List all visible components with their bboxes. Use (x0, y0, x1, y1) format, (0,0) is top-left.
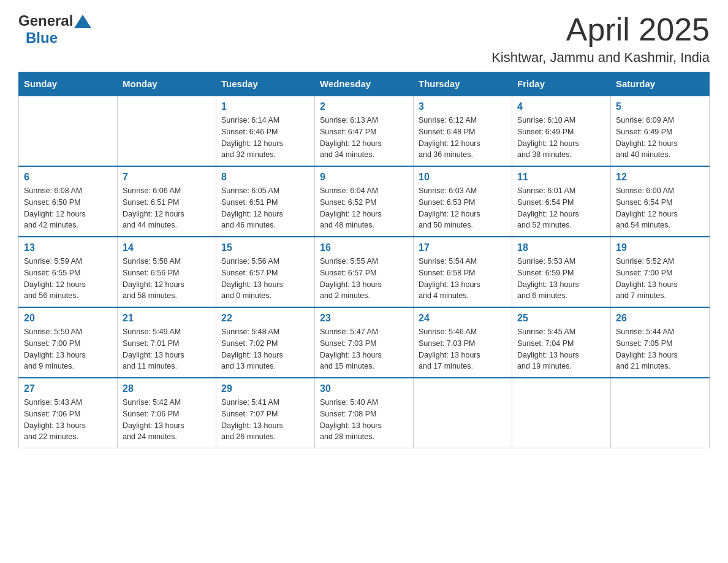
day-info: Sunrise: 6:08 AMSunset: 6:50 PMDaylight:… (24, 185, 112, 231)
day-info: Sunrise: 6:10 AMSunset: 6:49 PMDaylight:… (517, 115, 605, 161)
page-title: April 2025 (491, 12, 710, 47)
day-number: 12 (616, 172, 704, 183)
calendar-cell: 30Sunrise: 5:40 AMSunset: 7:08 PMDayligh… (315, 378, 414, 448)
calendar-cell: 22Sunrise: 5:48 AMSunset: 7:02 PMDayligh… (216, 307, 315, 378)
calendar-cell: 2Sunrise: 6:13 AMSunset: 6:47 PMDaylight… (315, 96, 414, 166)
day-info: Sunrise: 5:40 AMSunset: 7:08 PMDaylight:… (320, 397, 408, 443)
day-number: 29 (221, 383, 309, 394)
calendar-cell: 4Sunrise: 6:10 AMSunset: 6:49 PMDaylight… (512, 96, 611, 166)
calendar-cell: 10Sunrise: 6:03 AMSunset: 6:53 PMDayligh… (414, 166, 512, 237)
calendar-cell (19, 96, 118, 166)
logo: General Blue (18, 12, 91, 47)
calendar-cell (611, 378, 710, 448)
calendar-day-header: Friday (512, 72, 611, 96)
calendar-cell: 9Sunrise: 6:04 AMSunset: 6:52 PMDaylight… (315, 166, 414, 237)
calendar-week-row: 27Sunrise: 5:43 AMSunset: 7:06 PMDayligh… (19, 378, 710, 448)
day-number: 15 (221, 242, 309, 253)
calendar-week-row: 20Sunrise: 5:50 AMSunset: 7:00 PMDayligh… (19, 307, 710, 378)
calendar-cell: 20Sunrise: 5:50 AMSunset: 7:00 PMDayligh… (19, 307, 118, 378)
day-number: 13 (24, 242, 112, 253)
day-info: Sunrise: 5:54 AMSunset: 6:58 PMDaylight:… (419, 256, 507, 302)
day-number: 21 (123, 313, 211, 324)
calendar-cell: 5Sunrise: 6:09 AMSunset: 6:49 PMDaylight… (611, 96, 710, 166)
day-number: 14 (123, 242, 211, 253)
calendar-cell: 19Sunrise: 5:52 AMSunset: 7:00 PMDayligh… (611, 237, 710, 307)
calendar-week-row: 1Sunrise: 6:14 AMSunset: 6:46 PMDaylight… (19, 96, 710, 166)
day-number: 22 (221, 313, 309, 324)
day-number: 8 (221, 172, 309, 183)
calendar-cell: 16Sunrise: 5:55 AMSunset: 6:57 PMDayligh… (315, 237, 414, 307)
calendar-day-header: Saturday (611, 72, 710, 96)
calendar-cell: 23Sunrise: 5:47 AMSunset: 7:03 PMDayligh… (315, 307, 414, 378)
calendar-cell: 13Sunrise: 5:59 AMSunset: 6:55 PMDayligh… (19, 237, 118, 307)
calendar-cell: 28Sunrise: 5:42 AMSunset: 7:06 PMDayligh… (118, 378, 216, 448)
day-info: Sunrise: 5:59 AMSunset: 6:55 PMDaylight:… (24, 256, 112, 302)
calendar-day-header: Sunday (19, 72, 118, 96)
day-info: Sunrise: 5:56 AMSunset: 6:57 PMDaylight:… (221, 256, 309, 302)
calendar-cell: 15Sunrise: 5:56 AMSunset: 6:57 PMDayligh… (216, 237, 315, 307)
calendar-cell: 3Sunrise: 6:12 AMSunset: 6:48 PMDaylight… (414, 96, 512, 166)
calendar-cell: 14Sunrise: 5:58 AMSunset: 6:56 PMDayligh… (118, 237, 216, 307)
calendar-week-row: 13Sunrise: 5:59 AMSunset: 6:55 PMDayligh… (19, 237, 710, 307)
day-info: Sunrise: 5:49 AMSunset: 7:01 PMDaylight:… (123, 326, 211, 372)
day-info: Sunrise: 6:09 AMSunset: 6:49 PMDaylight:… (616, 115, 704, 161)
calendar-day-header: Thursday (414, 72, 512, 96)
day-number: 9 (320, 172, 408, 183)
day-info: Sunrise: 5:46 AMSunset: 7:03 PMDaylight:… (419, 326, 507, 372)
calendar-cell: 25Sunrise: 5:45 AMSunset: 7:04 PMDayligh… (512, 307, 611, 378)
logo-blue-text: Blue (26, 29, 58, 47)
calendar-cell (118, 96, 216, 166)
day-number: 3 (419, 101, 507, 112)
calendar-cell (512, 378, 611, 448)
page-subtitle: Kishtwar, Jammu and Kashmir, India (491, 50, 710, 66)
calendar-cell: 24Sunrise: 5:46 AMSunset: 7:03 PMDayligh… (414, 307, 512, 378)
day-info: Sunrise: 5:48 AMSunset: 7:02 PMDaylight:… (221, 326, 309, 372)
day-number: 18 (517, 242, 605, 253)
logo-chevron-icon (74, 15, 91, 28)
page-header: General Blue April 2025 Kishtwar, Jammu … (18, 12, 710, 66)
calendar-header-row: SundayMondayTuesdayWednesdayThursdayFrid… (19, 72, 710, 96)
day-number: 20 (24, 313, 112, 324)
calendar-cell: 17Sunrise: 5:54 AMSunset: 6:58 PMDayligh… (414, 237, 512, 307)
day-info: Sunrise: 5:41 AMSunset: 7:07 PMDaylight:… (221, 397, 309, 443)
calendar-cell (414, 378, 512, 448)
calendar-day-header: Tuesday (216, 72, 315, 96)
calendar-cell: 12Sunrise: 6:00 AMSunset: 6:54 PMDayligh… (611, 166, 710, 237)
day-number: 16 (320, 242, 408, 253)
day-number: 23 (320, 313, 408, 324)
day-info: Sunrise: 5:42 AMSunset: 7:06 PMDaylight:… (123, 397, 211, 443)
calendar-cell: 21Sunrise: 5:49 AMSunset: 7:01 PMDayligh… (118, 307, 216, 378)
day-number: 7 (123, 172, 211, 183)
day-number: 25 (517, 313, 605, 324)
day-number: 27 (24, 383, 112, 394)
day-info: Sunrise: 5:58 AMSunset: 6:56 PMDaylight:… (123, 256, 211, 302)
day-info: Sunrise: 6:05 AMSunset: 6:51 PMDaylight:… (221, 185, 309, 231)
calendar-cell: 11Sunrise: 6:01 AMSunset: 6:54 PMDayligh… (512, 166, 611, 237)
calendar-cell: 8Sunrise: 6:05 AMSunset: 6:51 PMDaylight… (216, 166, 315, 237)
day-info: Sunrise: 5:47 AMSunset: 7:03 PMDaylight:… (320, 326, 408, 372)
calendar-cell: 27Sunrise: 5:43 AMSunset: 7:06 PMDayligh… (19, 378, 118, 448)
day-number: 30 (320, 383, 408, 394)
day-info: Sunrise: 6:01 AMSunset: 6:54 PMDaylight:… (517, 185, 605, 231)
calendar-cell: 18Sunrise: 5:53 AMSunset: 6:59 PMDayligh… (512, 237, 611, 307)
day-info: Sunrise: 6:14 AMSunset: 6:46 PMDaylight:… (221, 115, 309, 161)
day-info: Sunrise: 6:00 AMSunset: 6:54 PMDaylight:… (616, 185, 704, 231)
day-info: Sunrise: 6:13 AMSunset: 6:47 PMDaylight:… (320, 115, 408, 161)
day-number: 10 (419, 172, 507, 183)
calendar-cell: 26Sunrise: 5:44 AMSunset: 7:05 PMDayligh… (611, 307, 710, 378)
day-number: 17 (419, 242, 507, 253)
day-number: 24 (419, 313, 507, 324)
day-info: Sunrise: 5:45 AMSunset: 7:04 PMDaylight:… (517, 326, 605, 372)
calendar-cell: 1Sunrise: 6:14 AMSunset: 6:46 PMDaylight… (216, 96, 315, 166)
logo-general-text: General (18, 12, 73, 29)
day-info: Sunrise: 6:06 AMSunset: 6:51 PMDaylight:… (123, 185, 211, 231)
calendar-day-header: Monday (118, 72, 216, 96)
day-number: 19 (616, 242, 704, 253)
svg-marker-0 (74, 15, 91, 28)
day-info: Sunrise: 5:50 AMSunset: 7:00 PMDaylight:… (24, 326, 112, 372)
calendar-cell: 29Sunrise: 5:41 AMSunset: 7:07 PMDayligh… (216, 378, 315, 448)
calendar-cell: 6Sunrise: 6:08 AMSunset: 6:50 PMDaylight… (19, 166, 118, 237)
day-number: 26 (616, 313, 704, 324)
day-number: 4 (517, 101, 605, 112)
day-number: 11 (517, 172, 605, 183)
